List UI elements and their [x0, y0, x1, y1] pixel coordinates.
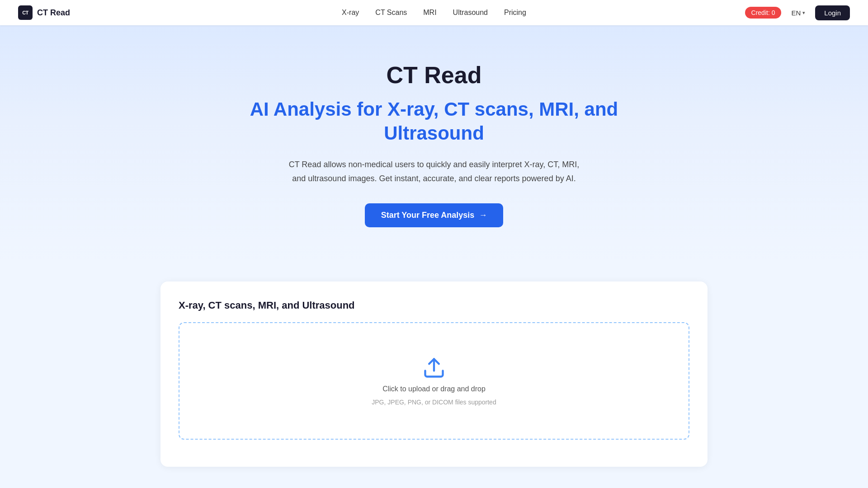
hero-subtitle: AI Analysis for X-ray, CT scans, MRI, an… — [249, 98, 619, 145]
start-analysis-button[interactable]: Start Your Free Analysis → — [365, 203, 504, 227]
language-selector[interactable]: EN ▾ — [788, 7, 809, 19]
upload-icon — [422, 356, 446, 380]
nav-mri[interactable]: MRI — [423, 9, 436, 17]
nav-ctscans[interactable]: CT Scans — [375, 9, 407, 17]
hero-section: CT Read AI Analysis for X-ray, CT scans,… — [0, 25, 868, 263]
navbar: CT CT Read X-ray CT Scans MRI Ultrasound… — [0, 0, 868, 25]
credit-badge[interactable]: Credit: 0 — [745, 7, 782, 19]
logo-text: CT Read — [37, 8, 70, 18]
hero-title: CT Read — [387, 61, 482, 89]
language-label: EN — [791, 9, 801, 17]
hero-description: CT Read allows non-medical users to quic… — [285, 158, 583, 185]
logo-area: CT CT Read — [18, 5, 70, 20]
upload-card-title: X-ray, CT scans, MRI, and Ultrasound — [179, 300, 689, 311]
logo-icon: CT — [18, 5, 33, 20]
dropzone-hint: JPG, JPEG, PNG, or DICOM files supported — [372, 399, 496, 406]
upload-section: X-ray, CT scans, MRI, and Ultrasound Cli… — [0, 263, 868, 485]
cta-label: Start Your Free Analysis — [381, 211, 475, 220]
nav-ultrasound[interactable]: Ultrasound — [453, 9, 488, 17]
nav-pricing[interactable]: Pricing — [504, 9, 526, 17]
arrow-icon: → — [479, 211, 487, 220]
upload-card: X-ray, CT scans, MRI, and Ultrasound Cli… — [160, 282, 708, 467]
nav-xray[interactable]: X-ray — [342, 9, 359, 17]
upload-dropzone[interactable]: Click to upload or drag and drop JPG, JP… — [179, 322, 689, 440]
dropzone-label: Click to upload or drag and drop — [382, 385, 486, 393]
chevron-down-icon: ▾ — [802, 10, 805, 16]
navbar-actions: Credit: 0 EN ▾ Login — [745, 5, 850, 20]
nav-links: X-ray CT Scans MRI Ultrasound Pricing — [342, 9, 526, 17]
login-button[interactable]: Login — [815, 5, 850, 20]
